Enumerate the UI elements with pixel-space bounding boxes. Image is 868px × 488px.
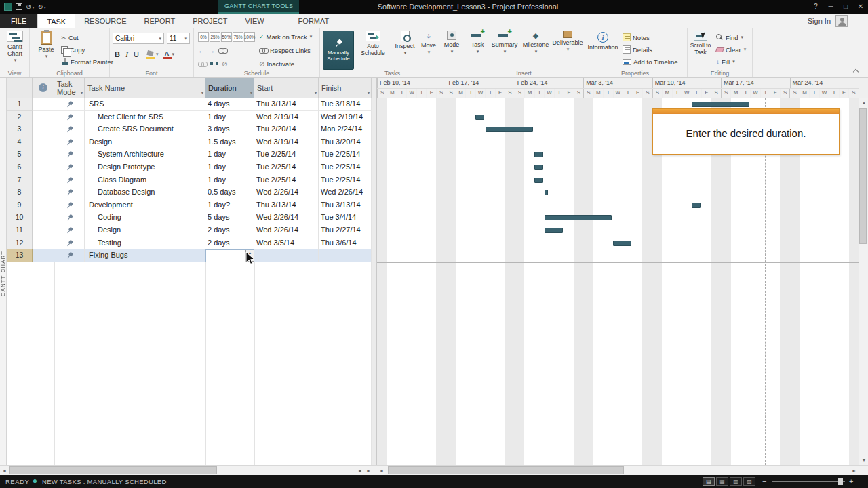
scroll-left-icon[interactable]: ◄ — [0, 466, 9, 475]
mark-on-track-button[interactable]: ✓Mark on Track▾ — [259, 31, 312, 42]
auto-schedule-button[interactable]: Auto Schedule — [357, 30, 389, 56]
details-button[interactable]: Details — [623, 44, 652, 55]
cell-indicators[interactable] — [33, 174, 54, 187]
cell-task-name[interactable]: Database Design — [85, 186, 205, 199]
cell-indicators[interactable] — [33, 123, 54, 136]
cell-task-name[interactable]: Fixing Bugs — [85, 249, 205, 262]
link-tasks-button[interactable] — [218, 47, 227, 54]
cell-task-mode[interactable] — [54, 211, 85, 224]
cell-start[interactable]: Thu 3/13/14 — [254, 199, 319, 212]
cell-indicators[interactable] — [33, 161, 54, 174]
app-icon[interactable] — [4, 3, 12, 11]
task-bar[interactable] — [692, 102, 749, 107]
cell-task-mode[interactable] — [54, 224, 85, 237]
cell-task-name[interactable]: Meet Client for SRS — [85, 111, 205, 124]
cell-indicators[interactable] — [33, 199, 54, 212]
cell-duration[interactable]: 4 days — [205, 98, 254, 111]
cell-task-name[interactable]: System Architecture — [85, 148, 205, 161]
cell-finish[interactable]: Wed 2/26/14 — [319, 186, 372, 199]
cell-task-mode[interactable] — [54, 136, 85, 149]
information-button[interactable]: i Information — [586, 32, 620, 51]
task-bar[interactable] — [475, 115, 484, 120]
task-mode-header[interactable]: Task Mode▾ — [54, 78, 85, 98]
cell-task-mode[interactable] — [54, 111, 85, 124]
font-size-select[interactable]: 11▾ — [167, 33, 190, 44]
cell-start[interactable]: Wed 2/26/14 — [254, 211, 319, 224]
cell-task-mode[interactable] — [54, 98, 85, 111]
collapse-ribbon-icon[interactable] — [853, 68, 859, 73]
insert-milestone-button[interactable]: ◆ Milestone▾ — [521, 30, 551, 55]
cell-finish[interactable]: Thu 2/27/14 — [319, 224, 372, 237]
redo-button[interactable]: ↻▾ — [37, 3, 45, 11]
task-bar[interactable] — [545, 228, 563, 233]
cell-start[interactable]: Wed 2/26/14 — [254, 224, 319, 237]
copy-button[interactable]: Copy — [61, 44, 85, 55]
view-shortcut-button[interactable]: ▨ — [743, 477, 755, 486]
cell-task-name[interactable]: Create SRS Document — [85, 123, 205, 136]
cell-duration[interactable]: 0.5 days — [205, 186, 254, 199]
cell-task-name[interactable]: Design — [85, 136, 205, 149]
chart-scroll-thumb[interactable] — [388, 466, 624, 474]
zoom-in-button[interactable]: + — [849, 477, 853, 485]
unlink-tasks-button[interactable] — [198, 61, 207, 67]
cell-start[interactable]: Wed 3/5/14 — [254, 237, 319, 250]
cell-duration[interactable]: 2 days — [205, 224, 254, 237]
gantt-chart-view-button[interactable]: Gantt Chart▾ — [3, 30, 27, 64]
zoom-out-button[interactable]: − — [762, 477, 766, 485]
save-button[interactable] — [16, 3, 22, 10]
italic-button[interactable]: I — [122, 49, 132, 60]
indent-button[interactable]: → — [208, 47, 215, 54]
cell-task-name[interactable]: Design — [85, 224, 205, 237]
background-color-button[interactable] — [146, 50, 155, 59]
paste-button[interactable]: Paste▾ — [34, 30, 58, 60]
tab-view[interactable]: VIEW — [236, 14, 273, 28]
cell-finish[interactable]: Tue 2/25/14 — [319, 148, 372, 161]
cell-task-name[interactable]: Coding — [85, 211, 205, 224]
help-button[interactable]: ? — [808, 0, 823, 14]
vertical-scroll-thumb[interactable] — [859, 108, 867, 244]
cell-finish[interactable]: Wed 2/19/14 — [319, 111, 372, 124]
row-number[interactable]: 8 — [7, 186, 33, 199]
cell-duration[interactable]: 3 days — [205, 123, 254, 136]
undo-button[interactable]: ↺▾ — [26, 3, 34, 11]
insert-task-button[interactable]: + Task▾ — [467, 30, 488, 55]
cell-task-mode[interactable] — [54, 161, 85, 174]
cell-duration[interactable]: 1 day? — [205, 199, 254, 212]
view-shortcut-button[interactable]: ▥ — [730, 477, 742, 486]
cell-finish[interactable]: Thu 3/13/14 — [319, 199, 372, 212]
cell-task-name[interactable]: Testing — [85, 237, 205, 250]
cut-button[interactable]: ✂Cut — [61, 32, 79, 43]
percent-complete-button[interactable]: 75% — [233, 32, 243, 42]
task-bar[interactable] — [545, 215, 612, 220]
cell-finish[interactable]: Tue 3/4/14 — [319, 211, 372, 224]
tab-file[interactable]: FILE — [0, 14, 37, 28]
maximize-button[interactable]: □ — [838, 0, 853, 14]
row-number[interactable]: 12 — [7, 237, 33, 250]
cell-task-mode[interactable] — [54, 249, 85, 262]
task-name-header[interactable]: Task Name▾ — [85, 78, 205, 98]
mode-button[interactable]: Mode▾ — [441, 30, 462, 55]
row-number[interactable]: 10 — [7, 211, 33, 224]
sign-in[interactable]: Sign In — [808, 14, 848, 28]
notes-button[interactable]: Notes — [623, 32, 650, 43]
cell-finish[interactable]: Mon 2/24/14 — [319, 123, 372, 136]
duration-header[interactable]: Duration▾ — [205, 78, 254, 98]
task-bar[interactable] — [486, 127, 533, 132]
finish-header[interactable]: Finish▾ — [319, 78, 372, 98]
scroll-left-icon[interactable]: ◄ — [377, 466, 386, 475]
row-number[interactable]: 7 — [7, 174, 33, 187]
cell-task-mode[interactable] — [54, 237, 85, 250]
pane-splitter[interactable] — [372, 78, 377, 475]
cell-duration[interactable]: 2 days — [205, 237, 254, 250]
bold-button[interactable]: B — [113, 49, 122, 60]
cell-finish[interactable]: Thu 3/20/14 — [319, 136, 372, 149]
zoom-slider-track[interactable] — [772, 481, 845, 482]
task-bar[interactable] — [534, 178, 542, 183]
cell-start[interactable]: Wed 3/19/14 — [254, 136, 319, 149]
table-scroll-thumb[interactable] — [9, 466, 217, 474]
cell-indicators[interactable] — [33, 111, 54, 124]
format-painter-button[interactable]: Format Painter — [61, 56, 113, 67]
tab-resource[interactable]: RESOURCE — [75, 14, 135, 28]
minimize-button[interactable]: ─ — [823, 0, 838, 14]
row-number[interactable]: 2 — [7, 111, 33, 124]
